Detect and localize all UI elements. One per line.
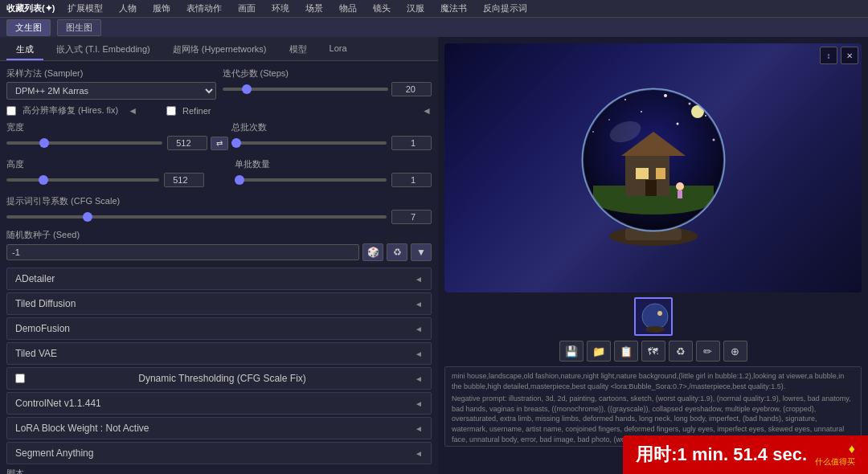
- image-display: ↕ ✕: [444, 43, 862, 292]
- thumbnail-1[interactable]: [634, 297, 673, 336]
- copy-btn[interactable]: 📋: [614, 341, 638, 362]
- script-label: 脚本: [6, 468, 24, 474]
- folder-btn[interactable]: 📁: [587, 341, 611, 362]
- batch-size-number[interactable]: [391, 173, 432, 187]
- seed-extra-btn[interactable]: ▼: [411, 243, 432, 261]
- cfg-label: 提示词引导系数 (CFG Scale): [6, 195, 432, 207]
- height-number[interactable]: [164, 173, 204, 187]
- dynamic-threshold-arrow: ◄: [415, 374, 423, 383]
- recycle-btn[interactable]: ♻: [669, 341, 693, 362]
- expand-image-btn[interactable]: ↕: [820, 47, 837, 64]
- svg-rect-24: [678, 190, 682, 198]
- nav-negative-prompt[interactable]: 反向提示词: [480, 1, 530, 16]
- top-nav: 收藏列表(✦) 扩展模型 人物 服饰 表情动作 画面 环境 场景 物品 镜头 汉…: [0, 0, 868, 18]
- accordion-adetailer-header[interactable]: ADetailer ◄: [7, 268, 431, 289]
- sampler-steps-row: 采样方法 (Sampler) DPM++ 2M Karras Euler a D…: [6, 67, 432, 100]
- zip-btn[interactable]: 🗺: [641, 341, 665, 362]
- tab-model[interactable]: 模型: [280, 40, 317, 60]
- steps-input-row: [223, 82, 432, 96]
- sampler-select[interactable]: DPM++ 2M Karras Euler a DDIM: [6, 82, 216, 100]
- accordion-segment-anything: Segment Anything ◄: [6, 442, 432, 464]
- cfg-number[interactable]: [391, 210, 432, 224]
- refiner-label: Refiner: [182, 106, 211, 116]
- nav-drawing[interactable]: 画面: [235, 1, 259, 16]
- snow-globe-svg: [561, 76, 746, 260]
- toolbar-row: 💾 📁 📋 🗺 ♻ ✏ ⊕: [444, 341, 862, 362]
- tab-embedding[interactable]: 嵌入式 (T.I. Embedding): [47, 40, 160, 60]
- edit-btn[interactable]: ✏: [696, 341, 720, 362]
- width-section: 宽度: [6, 121, 207, 153]
- script-row: 脚本: [6, 468, 432, 474]
- nav-items[interactable]: 物品: [336, 1, 360, 16]
- accordion-adetailer: ADetailer ◄: [6, 268, 432, 290]
- positive-prompt-text: mini house,landscape,old fashion,nature,…: [452, 371, 854, 391]
- accordion-tiled-diffusion-header[interactable]: Tiled Diffusion ◄: [7, 293, 431, 314]
- close-image-btn[interactable]: ✕: [841, 47, 858, 64]
- tab-lora[interactable]: Lora: [320, 40, 357, 60]
- nav-expression[interactable]: 表情动作: [183, 1, 225, 16]
- height-slider-row: [6, 173, 204, 187]
- accordions-container: ADetailer ◄ Tiled Diffusion ◄ DemoFusion…: [6, 268, 432, 464]
- nav-magic[interactable]: 魔法书: [437, 1, 470, 16]
- seed-input[interactable]: [6, 244, 359, 260]
- accordion-tiled-vae-header[interactable]: Tiled VAE ◄: [7, 343, 431, 364]
- svg-point-9: [705, 115, 706, 116]
- nav-hanfu[interactable]: 汉服: [403, 1, 428, 16]
- accordion-tiled-vae: Tiled VAE ◄: [6, 342, 432, 365]
- tab-hypernetworks[interactable]: 超网络 (Hypernetworks): [163, 40, 276, 60]
- text-to-image-btn[interactable]: 文生图: [6, 19, 51, 36]
- svg-rect-20: [636, 168, 649, 179]
- second-nav: 文生图 图生图: [0, 18, 868, 37]
- brand-label: 什么值得买: [815, 456, 855, 468]
- svg-rect-21: [656, 168, 665, 179]
- timer-text: 用时:1 min. 51.4 sec.: [636, 443, 807, 467]
- batch-size-slider[interactable]: [235, 178, 387, 182]
- nav-clothes[interactable]: 服饰: [149, 1, 174, 16]
- swap-dimensions-btn[interactable]: ⇄: [211, 137, 228, 150]
- save-btn[interactable]: 💾: [559, 341, 583, 362]
- tab-generate[interactable]: 生成: [6, 40, 43, 60]
- accordion-lora-block: LoRA Block Weight : Not Active ◄: [6, 417, 432, 439]
- svg-point-8: [688, 103, 690, 105]
- total-count-number[interactable]: [391, 136, 432, 150]
- width-slider[interactable]: [6, 141, 162, 145]
- svg-point-7: [664, 94, 667, 97]
- nav-extend-model[interactable]: 扩展模型: [64, 1, 106, 16]
- nav-environment[interactable]: 环境: [268, 1, 293, 16]
- seed-dice-btn[interactable]: 🎲: [362, 243, 383, 261]
- width-number[interactable]: [167, 136, 207, 150]
- sampler-section: 采样方法 (Sampler) DPM++ 2M Karras Euler a D…: [6, 67, 216, 100]
- nav-scene[interactable]: 场景: [302, 1, 326, 16]
- image-controls: ↕ ✕: [820, 47, 858, 64]
- height-slider[interactable]: [6, 178, 159, 182]
- thumbnail-1-preview: [636, 299, 673, 336]
- steps-slider[interactable]: [223, 88, 389, 91]
- refiner-checkbox[interactable]: [166, 106, 176, 116]
- hires-checkbox[interactable]: [6, 106, 16, 116]
- nav-lens[interactable]: 镜头: [370, 1, 394, 16]
- steps-number[interactable]: [391, 82, 432, 96]
- seed-label: 随机数种子 (Seed): [6, 229, 432, 241]
- image-to-image-btn[interactable]: 图生图: [57, 19, 101, 36]
- accordion-dynamic-threshold-header[interactable]: Dynamic Thresholding (CFG Scale Fix) ◄: [7, 368, 431, 389]
- accordion-demofusion-header[interactable]: DemoFusion ◄: [7, 318, 431, 339]
- hires-arrow[interactable]: ◄: [128, 105, 137, 116]
- accordion-dynamic-threshold: Dynamic Thresholding (CFG Scale Fix) ◄: [6, 367, 432, 390]
- accordion-lora-block-header[interactable]: LoRA Block Weight : Not Active ◄: [7, 418, 431, 439]
- cfg-slider[interactable]: [6, 215, 387, 219]
- refiner-arrow[interactable]: ◄: [422, 105, 432, 116]
- height-section: 高度: [6, 158, 204, 190]
- batch-size-section: 单批数量: [235, 158, 432, 190]
- width-slider-row: [6, 136, 207, 150]
- nav-person[interactable]: 人物: [116, 1, 140, 16]
- accordion-controlnet-header[interactable]: ControlNet v1.1.441 ◄: [7, 393, 431, 414]
- width-label: 宽度: [6, 121, 207, 133]
- dynamic-threshold-checkbox[interactable]: [15, 374, 25, 383]
- total-count-slider[interactable]: [231, 141, 387, 145]
- seed-recycle-btn[interactable]: ♻: [387, 243, 407, 261]
- accordion-segment-anything-header[interactable]: Segment Anything ◄: [7, 443, 431, 464]
- controlnet-arrow: ◄: [415, 399, 423, 408]
- svg-point-13: [641, 111, 642, 112]
- add-btn[interactable]: ⊕: [723, 341, 747, 362]
- accordion-controlnet: ControlNet v1.1.441 ◄: [6, 392, 432, 415]
